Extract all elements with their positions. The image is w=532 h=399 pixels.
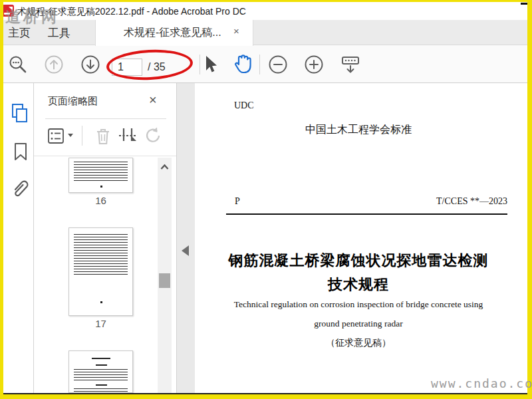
previous-page-icon[interactable] (44, 55, 64, 74)
next-page-icon[interactable] (80, 55, 100, 74)
options-icon[interactable] (47, 128, 65, 145)
collapse-panel-icon[interactable] (182, 245, 189, 256)
title-bar: 术规程-征求意见稿2022.12.pdf - Adobe Acrobat Pro… (0, 2, 532, 20)
frame-border (0, 0, 532, 2)
document-title-line2: 技术规程 (195, 275, 522, 295)
horizontal-rule (226, 213, 507, 215)
panel-close-icon[interactable]: × (149, 92, 157, 108)
attachments-icon[interactable] (10, 176, 31, 199)
panel-title: 页面缩略图 (48, 95, 98, 108)
navigation-sidebar (3, 83, 34, 393)
tab-document-label: 术规程-征求意见稿... (124, 26, 221, 40)
page-thumbnails-panel: 页面缩略图 × 1 (34, 83, 176, 393)
scrollbar-thumb[interactable] (159, 273, 170, 288)
rotate-pages-icon[interactable] (143, 126, 162, 146)
tab-bar (0, 20, 532, 45)
site-watermark-topleft: 道桥网 (5, 7, 59, 27)
site-watermark-bottomright: www.cndao.com (431, 376, 532, 390)
frame-line (3, 393, 527, 394)
document-page[interactable]: UDC 中国土木工程学会标准 P T/CCES **—2023 钢筋混凝土桥梁腐… (195, 83, 527, 393)
hand-tool-icon[interactable] (231, 53, 253, 76)
tab-close-icon[interactable]: × (233, 25, 239, 37)
page-thumbnails-icon[interactable] (11, 103, 29, 123)
divider (45, 118, 166, 119)
bookmarks-icon[interactable] (12, 142, 29, 162)
standard-number: T/CCES **—2023 (195, 196, 507, 207)
thumbnail-label: 16 (68, 195, 133, 206)
page-display-icon[interactable] (340, 55, 361, 76)
zoom-out-icon[interactable] (268, 55, 288, 74)
crop-pages-icon[interactable] (118, 126, 138, 146)
divider (82, 126, 82, 146)
scroll-up-icon[interactable] (160, 163, 170, 171)
toolbar-separator (259, 55, 260, 74)
frame-border (0, 394, 532, 399)
tab-document[interactable]: 术规程-征求意见稿... × (95, 20, 253, 46)
acrobat-window: 术规程-征求意见稿2022.12.pdf - Adobe Acrobat Pro… (0, 0, 532, 399)
thumbnail-page-16[interactable] (68, 158, 133, 193)
red-ellipse-annotation (106, 48, 194, 82)
thumbnail-page-18[interactable] (68, 350, 133, 393)
thumbnail-label: 17 (68, 318, 133, 329)
draft-note: （征求意见稿） (195, 337, 522, 349)
options-caret-icon[interactable] (68, 134, 73, 137)
panel-gutter (176, 83, 195, 393)
frame-border (527, 0, 532, 399)
trash-icon[interactable] (94, 126, 112, 146)
document-title-en-line1: Technical regulation on corrosion inspec… (195, 299, 522, 310)
divider (34, 156, 176, 156)
find-icon[interactable] (8, 55, 28, 74)
frame-border (0, 0, 3, 399)
document-title-line1: 钢筋混凝土桥梁腐蚀状况探地雷达检测 (195, 251, 522, 271)
tab-home[interactable]: 主页 (8, 25, 31, 45)
society-label: 中国土木工程学会标准 (195, 123, 522, 137)
tab-tools[interactable]: 工具 (48, 25, 70, 45)
select-tool-icon[interactable] (200, 55, 219, 74)
thumbnail-page-17[interactable] (68, 227, 133, 316)
udc-label: UDC (234, 100, 254, 111)
zoom-in-icon[interactable] (304, 55, 324, 74)
thumbnail-scrollbar[interactable] (158, 158, 172, 393)
document-title-en-line2: ground penetrating radar (195, 319, 522, 329)
main-toolbar: / 35 (0, 45, 532, 83)
